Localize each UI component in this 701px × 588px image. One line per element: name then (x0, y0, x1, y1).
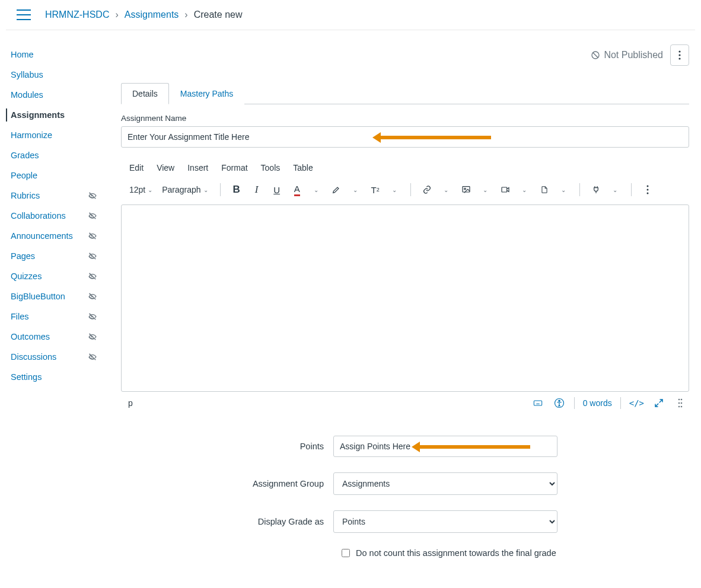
sidebar-item: Settings (0, 367, 104, 387)
hidden-icon (88, 251, 97, 261)
display-grade-label: Display Grade as (121, 517, 333, 526)
highlight-dropdown[interactable]: ⌄ (346, 181, 364, 199)
sidebar-item-outcomes[interactable]: Outcomes (0, 327, 104, 347)
image-button[interactable] (457, 181, 475, 199)
block-format-dropdown[interactable]: Paragraph⌄ (160, 181, 212, 199)
font-size-dropdown[interactable]: 12pt⌄ (127, 181, 157, 199)
annotation-arrow (381, 136, 491, 139)
sidebar-item-discussions[interactable]: Discussions (0, 347, 104, 367)
sidebar-item-collaborations[interactable]: Collaborations (0, 206, 104, 226)
assignment-group-select[interactable]: Assignments (333, 472, 557, 495)
sidebar-item-quizzes[interactable]: Quizzes (0, 266, 104, 286)
hidden-icon (88, 332, 97, 341)
media-button[interactable] (496, 181, 514, 199)
hamburger-menu-button[interactable] (17, 9, 31, 20)
rce-menu-tools[interactable]: Tools (261, 163, 281, 172)
publish-status: Not Published (591, 50, 663, 60)
svg-point-2 (678, 50, 680, 52)
bold-button[interactable]: B (228, 181, 246, 199)
sidebar-item: Quizzes (0, 266, 104, 286)
drag-handle-icon (678, 398, 683, 408)
hidden-icon (88, 191, 97, 200)
highlight-button[interactable] (327, 181, 345, 199)
apps-dropdown[interactable]: ⌄ (606, 181, 624, 199)
omit-from-final-grade-checkbox[interactable] (342, 549, 350, 557)
sidebar-item: Pages (0, 246, 104, 266)
sidebar-item-assignments[interactable]: Assignments (0, 105, 104, 125)
sidebar-item-label: Grades (11, 151, 39, 160)
sidebar-item-pages[interactable]: Pages (0, 246, 104, 266)
more-toolbar-button[interactable] (639, 181, 657, 199)
breadcrumb-section[interactable]: Assignments (125, 9, 179, 20)
svg-point-18 (559, 400, 560, 401)
rce-element-path[interactable]: p (128, 398, 133, 408)
breadcrumb: HRMNZ-HSDC › Assignments › Create new (45, 9, 243, 20)
sidebar-item-people[interactable]: People (0, 165, 104, 186)
word-count[interactable]: 0 words (583, 398, 612, 408)
rce-menu-format[interactable]: Format (221, 163, 247, 172)
tab-details[interactable]: Details (121, 83, 169, 104)
kebab-icon (646, 185, 649, 194)
sidebar-item-settings[interactable]: Settings (0, 367, 104, 387)
sidebar-item: Harmonize (0, 125, 104, 145)
resize-handle[interactable] (674, 397, 687, 410)
hidden-icon (88, 231, 97, 241)
sidebar-item: Files (0, 306, 104, 327)
sidebar-item-label: Syllabus (11, 70, 43, 79)
breadcrumb-course[interactable]: HRMNZ-HSDC (45, 9, 109, 20)
toolbar-divider (220, 183, 221, 196)
sidebar-item-bigbluebutton[interactable]: BigBlueButton (0, 286, 104, 306)
sidebar-item-home[interactable]: Home (0, 44, 104, 65)
image-dropdown[interactable]: ⌄ (476, 181, 494, 199)
sidebar-item: Syllabus (0, 65, 104, 85)
chevron-down-icon: ⌄ (201, 187, 211, 193)
rce-menu-insert[interactable]: Insert (187, 163, 208, 172)
text-color-button[interactable]: A (288, 181, 306, 199)
sidebar-item: Outcomes (0, 327, 104, 347)
rce-menu-edit[interactable]: Edit (129, 163, 144, 172)
superscript-button[interactable]: T2 (367, 181, 384, 199)
link-dropdown[interactable]: ⌄ (437, 181, 455, 199)
display-grade-select[interactable]: Points (333, 510, 557, 533)
tabs: Details Mastery Paths (121, 82, 689, 104)
apps-button[interactable] (587, 181, 605, 199)
document-button[interactable] (536, 181, 553, 199)
points-label: Points (121, 442, 333, 451)
sidebar-item-grades[interactable]: Grades (0, 145, 104, 165)
course-nav-sidebar: HomeSyllabusModulesAssignmentsHarmonizeG… (0, 30, 104, 581)
sidebar-item-syllabus[interactable]: Syllabus (0, 65, 104, 85)
sidebar-item-harmonize[interactable]: Harmonize (0, 125, 104, 145)
sidebar-item-files[interactable]: Files (0, 306, 104, 327)
breadcrumb-current: Create new (194, 9, 243, 20)
media-dropdown[interactable]: ⌄ (515, 181, 533, 199)
underline-button[interactable]: U (268, 181, 286, 199)
sidebar-item-label: Collaborations (11, 211, 66, 220)
rce-menu-view[interactable]: View (157, 163, 174, 172)
sidebar-item: Rubrics (0, 186, 104, 206)
more-options-button[interactable] (670, 44, 689, 66)
svg-point-22 (681, 402, 683, 404)
sidebar-item: Grades (0, 145, 104, 165)
sidebar-item-announcements[interactable]: Announcements (0, 226, 104, 246)
italic-button[interactable]: I (248, 181, 266, 199)
document-dropdown[interactable]: ⌄ (555, 181, 572, 199)
sidebar-item-modules[interactable]: Modules (0, 85, 104, 105)
chevron-right-icon: › (184, 9, 187, 20)
html-editor-button[interactable]: </> (629, 397, 644, 410)
accessibility-checker-button[interactable] (553, 397, 566, 410)
highlighter-icon (332, 185, 341, 194)
fullscreen-button[interactable] (652, 397, 665, 410)
rce-content-area[interactable] (121, 204, 689, 392)
superscript-dropdown[interactable]: ⌄ (385, 181, 403, 199)
keyboard-shortcuts-button[interactable] (531, 397, 544, 410)
toolbar-divider (631, 183, 632, 196)
rce-menu-table[interactable]: Table (293, 163, 313, 172)
tab-mastery-paths[interactable]: Mastery Paths (169, 83, 244, 104)
sidebar-item-rubrics[interactable]: Rubrics (0, 186, 104, 206)
sidebar-item-label: BigBlueButton (11, 292, 65, 301)
expand-icon (654, 398, 664, 408)
svg-point-20 (681, 399, 683, 401)
svg-point-10 (646, 193, 648, 194)
link-button[interactable] (418, 181, 436, 199)
text-color-dropdown[interactable]: ⌄ (307, 181, 325, 199)
